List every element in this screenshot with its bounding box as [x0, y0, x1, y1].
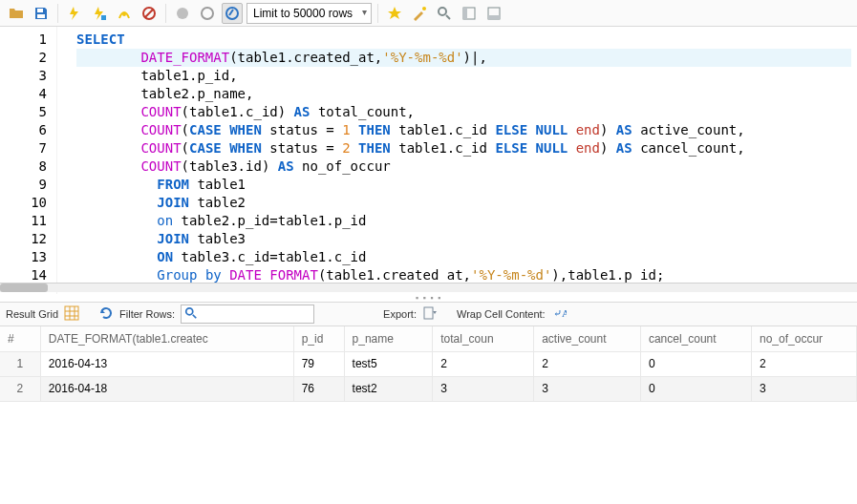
beautify-button[interactable]: [409, 3, 430, 24]
column-header[interactable]: p_id: [293, 326, 344, 351]
line-number: 3: [0, 67, 47, 85]
results-grid[interactable]: #DATE_FORMAT(table1.createcp_idp_nametot…: [0, 326, 857, 402]
data-cell[interactable]: 2016-04-13: [40, 351, 293, 376]
sql-editor[interactable]: 1234567891011121314 SELECT DATE_FORMAT(t…: [0, 27, 857, 294]
data-cell[interactable]: test2: [344, 376, 433, 401]
data-cell[interactable]: 3: [534, 376, 641, 401]
line-number: 10: [0, 194, 47, 212]
svg-line-11: [446, 15, 450, 19]
data-cell[interactable]: 79: [293, 351, 344, 376]
column-header[interactable]: DATE_FORMAT(table1.createc: [40, 326, 293, 351]
svg-line-5: [145, 10, 153, 17]
wrap-icon[interactable]: ⤶A: [551, 305, 567, 323]
editor-gutter: 1234567891011121314: [0, 27, 57, 294]
table-row[interactable]: 12016-04-1379test52202: [0, 351, 857, 376]
result-grid-label: Result Grid: [6, 308, 58, 320]
export-icon[interactable]: [422, 305, 438, 323]
editor-results-splitter[interactable]: ▪ ▪ ▪ ▪: [0, 294, 857, 302]
explain-button[interactable]: [114, 3, 135, 24]
refresh-icon[interactable]: [98, 305, 114, 323]
svg-rect-23: [424, 307, 433, 319]
favorite-button[interactable]: [384, 3, 405, 24]
row-number-cell[interactable]: 1: [0, 351, 40, 376]
line-number: 4: [0, 85, 47, 103]
line-number: 7: [0, 139, 47, 158]
code-line[interactable]: table2.p_name,: [76, 85, 851, 103]
result-grid-icon: [64, 305, 79, 323]
svg-rect-2: [101, 15, 106, 20]
line-number: 8: [0, 158, 47, 176]
row-limit-select-wrap: Limit to 50000 rows: [246, 3, 372, 24]
data-cell[interactable]: 3: [752, 376, 857, 401]
code-line[interactable]: COUNT(CASE WHEN status = 1 THEN table1.c…: [76, 121, 851, 139]
filter-rows-input[interactable]: [181, 304, 314, 324]
execute-current-button[interactable]: [89, 3, 110, 24]
code-line[interactable]: COUNT(table3.id) AS no_of_occur: [76, 158, 851, 176]
line-number: 12: [0, 230, 47, 248]
autocommit-toggle[interactable]: [222, 3, 243, 24]
svg-rect-13: [463, 8, 467, 19]
commit-off-button[interactable]: [172, 3, 193, 24]
data-cell[interactable]: test5: [344, 351, 433, 376]
stop-button[interactable]: [139, 3, 160, 24]
commit-on-button[interactable]: [197, 3, 218, 24]
code-line[interactable]: COUNT(CASE WHEN status = 2 THEN table1.c…: [76, 139, 851, 158]
code-line[interactable]: table1.p_id,: [76, 67, 851, 85]
code-line[interactable]: on table2.p_id=table1.p_id: [76, 212, 851, 230]
data-cell[interactable]: 2: [433, 351, 534, 376]
export-label: Export:: [383, 308, 417, 320]
column-header[interactable]: no_of_occur: [752, 326, 857, 351]
svg-rect-0: [37, 9, 43, 12]
data-cell[interactable]: 3: [433, 376, 534, 401]
column-header[interactable]: active_count: [534, 326, 641, 351]
editor-hscrollbar[interactable]: [0, 283, 857, 292]
data-cell[interactable]: 0: [640, 376, 751, 401]
code-line[interactable]: JOIN table2: [76, 194, 851, 212]
execute-button[interactable]: [64, 3, 85, 24]
data-cell[interactable]: 2: [534, 351, 641, 376]
column-header[interactable]: cancel_count: [640, 326, 751, 351]
svg-rect-1: [37, 14, 45, 18]
open-file-button[interactable]: [6, 3, 27, 24]
svg-point-10: [439, 8, 446, 15]
toggle-panel-2-button[interactable]: [483, 3, 504, 24]
save-file-button[interactable]: [31, 3, 52, 24]
svg-point-3: [122, 12, 126, 16]
line-number: 13: [0, 248, 47, 266]
code-line[interactable]: FROM table1: [76, 176, 851, 194]
column-header[interactable]: #: [0, 326, 40, 351]
row-limit-select[interactable]: Limit to 50000 rows: [246, 3, 372, 24]
sql-toolbar: Limit to 50000 rows: [0, 0, 857, 27]
svg-point-7: [202, 8, 213, 19]
toggle-panel-1-button[interactable]: [459, 3, 480, 24]
toolbar-separator: [57, 4, 58, 23]
data-cell[interactable]: 0: [640, 351, 751, 376]
svg-rect-16: [65, 306, 78, 320]
svg-point-6: [177, 8, 188, 19]
editor-code-area[interactable]: SELECT DATE_FORMAT(table1.created_at,'%Y…: [57, 27, 857, 294]
svg-point-9: [422, 7, 426, 10]
line-number: 1: [0, 31, 47, 49]
column-header[interactable]: p_name: [344, 326, 433, 351]
code-line[interactable]: ON table3.c_id=table1.c_id: [76, 248, 851, 266]
svg-text:⤶A: ⤶A: [553, 307, 567, 319]
data-cell[interactable]: 76: [293, 376, 344, 401]
code-line[interactable]: DATE_FORMAT(table1.created_at,'%Y-%m-%d'…: [76, 49, 851, 67]
line-number: 6: [0, 121, 47, 139]
find-button[interactable]: [434, 3, 455, 24]
filter-rows-label: Filter Rows:: [119, 308, 175, 320]
column-header[interactable]: total_coun: [433, 326, 534, 351]
grid-header-row: #DATE_FORMAT(table1.createcp_idp_nametot…: [0, 326, 857, 351]
code-line[interactable]: COUNT(table1.c_id) AS total_count,: [76, 103, 851, 121]
toolbar-separator: [165, 4, 166, 23]
code-line[interactable]: SELECT: [76, 31, 851, 49]
line-number: 11: [0, 212, 47, 230]
wrap-label: Wrap Cell Content:: [457, 308, 546, 320]
data-cell[interactable]: 2016-04-18: [40, 376, 293, 401]
svg-rect-15: [488, 15, 500, 19]
code-line[interactable]: JOIN table3: [76, 230, 851, 248]
row-number-cell[interactable]: 2: [0, 376, 40, 401]
table-row[interactable]: 22016-04-1876test23303: [0, 376, 857, 401]
results-toolbar: Result Grid Filter Rows: Export: Wrap Ce…: [0, 302, 857, 326]
data-cell[interactable]: 2: [752, 351, 857, 376]
